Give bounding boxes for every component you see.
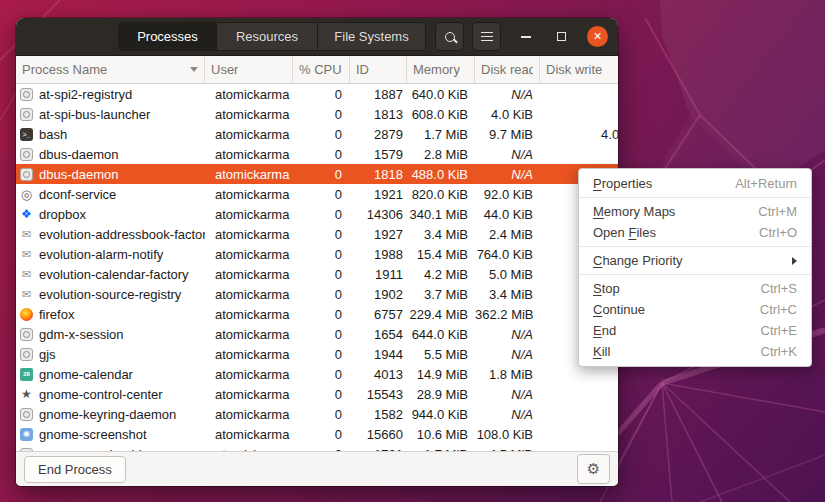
cell-disk_read: 44.0 KiB [475, 207, 540, 222]
process-row-gnome-control-center[interactable]: gnome-control-centeratomickarma01554328.… [16, 384, 618, 404]
menu-item-continue[interactable]: ContinueCtrl+C [579, 299, 811, 320]
column-header-disk_write[interactable]: Disk write [540, 56, 618, 83]
cell-memory: 15.4 MiB [407, 247, 475, 262]
cell-cpu: 0 [293, 147, 350, 162]
cell-disk_read: 1.8 MiB [475, 367, 540, 382]
column-header-user[interactable]: User [205, 56, 293, 83]
menu-item-label: Open Files [593, 225, 656, 240]
menu-separator [579, 246, 811, 247]
menu-item-memory-maps[interactable]: Memory MapsCtrl+M [579, 201, 811, 222]
cell-cpu: 0 [293, 367, 350, 382]
menu-item-label: Stop [593, 281, 620, 296]
process-generic-icon [20, 148, 33, 161]
menu-item-stop[interactable]: StopCtrl+S [579, 278, 811, 299]
firefox-icon [20, 308, 33, 321]
process-name: dropbox [39, 207, 86, 222]
cell-pid: 1921 [350, 187, 407, 202]
minimize-icon[interactable] [521, 36, 531, 38]
process-row-gnome-keyring-daemon[interactable]: gnome-keyring-daemonatomickarma01582944.… [16, 404, 618, 424]
process-row-at-spi2-registryd[interactable]: at-spi2-registrydatomickarma01887640.0 K… [16, 84, 618, 104]
cell-cpu: 0 [293, 267, 350, 282]
menu-item-open-files[interactable]: Open FilesCtrl+O [579, 222, 811, 243]
column-header-cpu[interactable]: % CPU [293, 56, 350, 83]
cell-cpu: 0 [293, 187, 350, 202]
tab-resources[interactable]: Resources [217, 23, 318, 50]
cell-cpu: 0 [293, 107, 350, 122]
column-header-name[interactable]: Process Name [16, 56, 205, 83]
maximize-icon[interactable] [557, 32, 566, 41]
process-name: evolution-alarm-notify [39, 247, 163, 262]
process-row-evolution-source-registry[interactable]: evolution-source-registryatomickarma0190… [16, 284, 618, 304]
process-row-evolution-addressbook-factory[interactable]: evolution-addressbook-factoryatomickarma… [16, 224, 618, 244]
menu-item-end[interactable]: EndCtrl+E [579, 320, 811, 341]
process-row-dbus-daemon[interactable]: dbus-daemonatomickarma01818488.0 KiBN/A [16, 164, 618, 184]
menu-item-change-priority[interactable]: Change Priority [579, 250, 811, 271]
action-bar: End Process ⚙ [16, 451, 618, 486]
process-row-gjs[interactable]: gjsatomickarma019445.5 MiBN/A [16, 344, 618, 364]
process-row-gnome-session-binary[interactable]: gnome-session-binaryatomickarma017211.7 … [16, 444, 618, 451]
column-label: Disk read total [481, 62, 533, 77]
cell-cpu: 0 [293, 207, 350, 222]
process-name: gnome-screenshot [39, 427, 147, 442]
process-row-gnome-calendar[interactable]: gnome-calendaratomickarma0401314.9 MiB1.… [16, 364, 618, 384]
cell-memory: 640.0 KiB [407, 87, 475, 102]
process-row-gnome-screenshot[interactable]: gnome-screenshotatomickarma01566010.6 Mi… [16, 424, 618, 444]
cell-memory: 488.0 KiB [407, 167, 475, 182]
dropbox-icon [20, 208, 33, 221]
process-row-gdm-x-session[interactable]: gdm-x-sessionatomickarma01654644.0 KiBN/… [16, 324, 618, 344]
cell-user: atomickarma [205, 167, 293, 182]
menu-item-label: Change Priority [593, 253, 683, 268]
process-row-bash[interactable]: bashatomickarma028791.7 MiB9.7 MiB4.0 Ki… [16, 124, 618, 144]
close-icon[interactable]: ✕ [587, 26, 608, 47]
process-name: gnome-calendar [39, 367, 133, 382]
titlebar[interactable]: ProcessesResourcesFile Systems ✕ [16, 18, 618, 56]
cell-disk_read: 4.0 KiB [475, 107, 540, 122]
process-row-evolution-alarm-notify[interactable]: evolution-alarm-notifyatomickarma0198815… [16, 244, 618, 264]
column-header-disk_read[interactable]: Disk read total [475, 56, 540, 83]
tab-file-systems[interactable]: File Systems [318, 23, 425, 50]
tab-processes[interactable]: Processes [119, 23, 217, 50]
app-menu-button[interactable] [472, 22, 501, 51]
process-row-firefox[interactable]: firefoxatomickarma06757229.4 MiB362.2 Mi… [16, 304, 618, 324]
terminal-icon [20, 128, 33, 141]
cell-cpu: 0 [293, 407, 350, 422]
sort-descending-icon [190, 67, 198, 72]
column-label: Process Name [22, 62, 107, 77]
system-monitor-window: ProcessesResourcesFile Systems ✕ Process… [16, 18, 618, 486]
cell-user: atomickarma [205, 87, 293, 102]
process-name: at-spi-bus-launcher [39, 107, 150, 122]
cell-memory: 10.6 MiB [407, 427, 475, 442]
menu-item-label: Memory Maps [593, 204, 675, 219]
cell-disk_read: 5.0 MiB [475, 267, 540, 282]
process-name: gnome-control-center [39, 387, 163, 402]
process-row-dbus-daemon[interactable]: dbus-daemonatomickarma015792.8 MiBN/A [16, 144, 618, 164]
process-name: evolution-calendar-factory [39, 267, 189, 282]
process-row-dropbox[interactable]: dropboxatomickarma014306340.1 MiB44.0 Ki… [16, 204, 618, 224]
search-button[interactable] [435, 22, 464, 51]
cell-disk_read: 2.4 MiB [475, 227, 540, 242]
cell-pid: 15660 [350, 427, 407, 442]
menu-item-kill[interactable]: KillCtrl+K [579, 341, 811, 362]
process-name: gnome-keyring-daemon [39, 407, 176, 422]
process-name: dbus-daemon [39, 167, 119, 182]
process-generic-icon [20, 108, 33, 121]
end-process-button[interactable]: End Process [24, 456, 126, 483]
cell-memory: 820.0 KiB [407, 187, 475, 202]
process-row-dconf-service[interactable]: dconf-serviceatomickarma01921820.0 KiB92… [16, 184, 618, 204]
process-row-evolution-calendar-factory[interactable]: evolution-calendar-factoryatomickarma019… [16, 264, 618, 284]
cell-disk_read: N/A [475, 387, 540, 402]
cell-user: atomickarma [205, 227, 293, 242]
column-header-pid[interactable]: ID [350, 56, 407, 83]
cell-memory: 1.7 MiB [407, 127, 475, 142]
search-icon [445, 32, 455, 42]
process-name: evolution-source-registry [39, 287, 181, 302]
menu-item-properties[interactable]: PropertiesAlt+Return [579, 173, 811, 194]
process-row-at-spi-bus-launcher[interactable]: at-spi-bus-launcheratomickarma01813608.0… [16, 104, 618, 124]
cell-pid: 1927 [350, 227, 407, 242]
cell-disk_read: 9.7 MiB [475, 127, 540, 142]
process-context-menu: PropertiesAlt+ReturnMemory MapsCtrl+MOpe… [578, 168, 812, 367]
settings-button[interactable]: ⚙ [577, 454, 610, 484]
process-generic-icon [20, 408, 33, 421]
cell-pid: 1911 [350, 267, 407, 282]
column-header-memory[interactable]: Memory [407, 56, 475, 83]
